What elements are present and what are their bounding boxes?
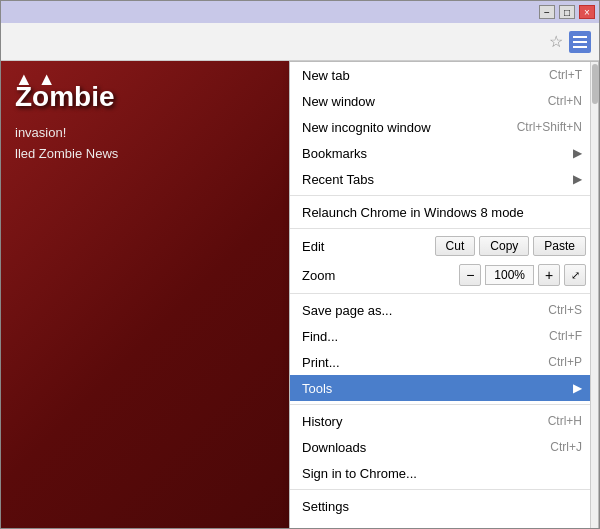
menu-item-downloads[interactable]: Downloads Ctrl+J	[290, 434, 598, 460]
browser-toolbar: ☆	[1, 23, 599, 61]
print-label: Print...	[302, 355, 528, 370]
new-tab-label: New tab	[302, 68, 529, 83]
new-window-label: New window	[302, 94, 528, 109]
page-line1: invasion!	[15, 123, 118, 144]
zoom-in-button[interactable]: +	[538, 264, 560, 286]
edit-label: Edit	[302, 239, 435, 254]
close-button[interactable]: ×	[579, 5, 595, 19]
menu-scrollbar[interactable]	[590, 62, 598, 528]
menu-item-print[interactable]: Print... Ctrl+P	[290, 349, 598, 375]
menu-item-sign-in[interactable]: Sign in to Chrome...	[290, 460, 598, 486]
paste-button[interactable]: Paste	[533, 236, 586, 256]
minimize-button[interactable]: −	[539, 5, 555, 19]
about-label: About Google Chrome	[302, 525, 582, 529]
history-label: History	[302, 414, 528, 429]
zoom-label: Zoom	[302, 268, 459, 283]
zoom-fullscreen-button[interactable]: ⤢	[564, 264, 586, 286]
find-label: Find...	[302, 329, 529, 344]
cut-button[interactable]: Cut	[435, 236, 476, 256]
browser-window: − □ × ☆ ▲ ▲ Zombie invasion! lled Zombie…	[0, 0, 600, 529]
edit-button-group: Cut Copy Paste	[435, 236, 586, 256]
history-shortcut: Ctrl+H	[548, 414, 582, 428]
downloads-label: Downloads	[302, 440, 530, 455]
menu-item-new-tab[interactable]: New tab Ctrl+T	[290, 62, 598, 88]
menu-line-2	[573, 41, 587, 43]
menu-line-1	[573, 36, 587, 38]
tools-arrow-icon: ▶	[573, 381, 582, 395]
new-tab-shortcut: Ctrl+T	[549, 68, 582, 82]
page-area: ▲ ▲ Zombie invasion! lled Zombie News Ne…	[1, 61, 599, 528]
menu-item-bookmarks[interactable]: Bookmarks ▶	[290, 140, 598, 166]
recent-tabs-label: Recent Tabs	[302, 172, 565, 187]
chrome-dropdown-menu: New tab Ctrl+T New window Ctrl+N New inc…	[289, 61, 599, 528]
menu-item-save-page[interactable]: Save page as... Ctrl+S	[290, 297, 598, 323]
page-line2: lled Zombie News	[15, 144, 118, 165]
scrollbar-thumb	[592, 64, 598, 104]
bookmarks-label: Bookmarks	[302, 146, 565, 161]
new-incognito-label: New incognito window	[302, 120, 497, 135]
sign-in-label: Sign in to Chrome...	[302, 466, 582, 481]
save-page-shortcut: Ctrl+S	[548, 303, 582, 317]
separator-1	[290, 195, 598, 196]
find-shortcut: Ctrl+F	[549, 329, 582, 343]
print-shortcut: Ctrl+P	[548, 355, 582, 369]
menu-item-history[interactable]: History Ctrl+H	[290, 408, 598, 434]
menu-item-new-incognito[interactable]: New incognito window Ctrl+Shift+N	[290, 114, 598, 140]
new-incognito-shortcut: Ctrl+Shift+N	[517, 120, 582, 134]
new-window-shortcut: Ctrl+N	[548, 94, 582, 108]
menu-item-relaunch[interactable]: Relaunch Chrome in Windows 8 mode	[290, 199, 598, 225]
menu-item-new-window[interactable]: New window Ctrl+N	[290, 88, 598, 114]
save-page-label: Save page as...	[302, 303, 528, 318]
menu-item-zoom: Zoom − 100% + ⤢	[290, 260, 598, 290]
tools-label: Tools	[302, 381, 565, 396]
menu-item-about[interactable]: About Google Chrome	[290, 519, 598, 528]
zoom-out-button[interactable]: −	[459, 264, 481, 286]
relaunch-label: Relaunch Chrome in Windows 8 mode	[302, 205, 582, 220]
separator-3	[290, 293, 598, 294]
zoom-value-display: 100%	[485, 265, 534, 285]
menu-item-settings[interactable]: Settings	[290, 493, 598, 519]
downloads-shortcut: Ctrl+J	[550, 440, 582, 454]
bookmarks-arrow-icon: ▶	[573, 146, 582, 160]
page-body: invasion! lled Zombie News	[15, 123, 118, 165]
toolbar-right: ☆	[549, 31, 591, 53]
separator-4	[290, 404, 598, 405]
menu-item-edit: Edit Cut Copy Paste	[290, 232, 598, 260]
menu-item-find[interactable]: Find... Ctrl+F	[290, 323, 598, 349]
recent-tabs-arrow-icon: ▶	[573, 172, 582, 186]
separator-2	[290, 228, 598, 229]
title-bar: − □ ×	[1, 1, 599, 23]
separator-5	[290, 489, 598, 490]
bookmark-star-icon[interactable]: ☆	[549, 32, 563, 51]
copy-button[interactable]: Copy	[479, 236, 529, 256]
chrome-menu-button[interactable]	[569, 31, 591, 53]
menu-item-recent-tabs[interactable]: Recent Tabs ▶	[290, 166, 598, 192]
maximize-button[interactable]: □	[559, 5, 575, 19]
zoom-control-group: − 100% + ⤢	[459, 264, 586, 286]
menu-line-3	[573, 46, 587, 48]
page-title: Zombie	[15, 81, 115, 113]
menu-item-tools[interactable]: Tools ▶	[290, 375, 598, 401]
settings-label: Settings	[302, 499, 582, 514]
